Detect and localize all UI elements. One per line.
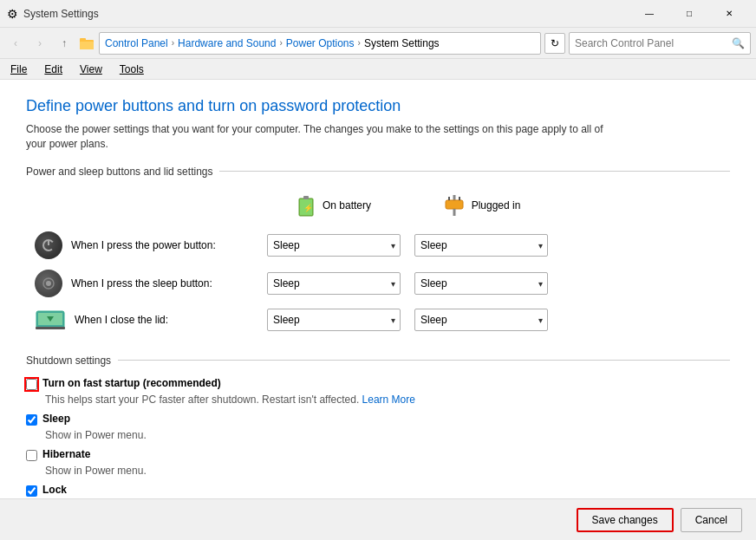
- back-button[interactable]: ‹: [5, 33, 26, 54]
- breadcrumb-hardware-sound[interactable]: Hardware and Sound: [178, 37, 276, 49]
- menu-bar: File Edit View Tools: [0, 59, 756, 80]
- svg-rect-2: [80, 38, 86, 42]
- lock-label: Lock: [42, 484, 67, 496]
- sleep-button-icon: [35, 270, 62, 297]
- sleep-plugged-dropdown[interactable]: Sleep Do nothing Hibernate Shut down Tur…: [414, 272, 548, 295]
- svg-rect-1: [80, 42, 94, 49]
- fast-startup-label: Turn on fast startup (recommended): [42, 377, 221, 389]
- learn-more-link[interactable]: Learn More: [362, 394, 415, 406]
- hibernate-row: Hibernate: [26, 448, 730, 461]
- lid-plugged-dropdown-wrapper[interactable]: Sleep Do nothing Hibernate Shut down Tur…: [414, 309, 548, 331]
- sleep-label: Sleep: [42, 413, 70, 425]
- plug-icon: [442, 193, 466, 218]
- hibernate-sublabel: Show in Power menu.: [45, 465, 730, 477]
- window-title: System Settings: [23, 8, 629, 20]
- sleep-battery-dropdown[interactable]: Sleep Do nothing Hibernate Shut down Tur…: [267, 272, 401, 295]
- col-plugged-header: Plugged in: [407, 188, 555, 226]
- section1-header: Power and sleep buttons and lid settings: [26, 166, 730, 178]
- forward-button[interactable]: ›: [29, 33, 50, 54]
- power-battery-dropdown[interactable]: Sleep Do nothing Hibernate Shut down Tur…: [267, 234, 401, 257]
- power-icon: [41, 237, 56, 253]
- minimize-button[interactable]: —: [629, 0, 669, 28]
- breadcrumb-current: System Settings: [364, 37, 440, 49]
- page-title: Define power buttons and turn on passwor…: [26, 97, 730, 115]
- fast-startup-sublabel: This helps start your PC faster after sh…: [45, 394, 730, 406]
- search-box: 🔍: [569, 32, 751, 55]
- fast-startup-checkbox[interactable]: [26, 379, 37, 390]
- menu-view[interactable]: View: [76, 62, 106, 77]
- page-description: Choose the power settings that you want …: [26, 122, 616, 152]
- section2-header: Shutdown settings: [26, 355, 730, 367]
- shutdown-section: Shutdown settings Turn on fast startup (…: [26, 355, 730, 512]
- up-button[interactable]: ↑: [54, 33, 75, 54]
- lid-row: When I close the lid:: [35, 303, 260, 337]
- search-input[interactable]: [575, 37, 732, 49]
- breadcrumb-bar: Control Panel › Hardware and Sound › Pow…: [99, 32, 541, 55]
- hibernate-label: Hibernate: [42, 448, 90, 460]
- breadcrumb-control-panel[interactable]: Control Panel: [105, 37, 168, 49]
- cancel-button[interactable]: Cancel: [681, 508, 742, 532]
- lid-plugged-dropdown[interactable]: Sleep Do nothing Hibernate Shut down Tur…: [414, 309, 548, 331]
- save-button[interactable]: Save changes: [577, 508, 674, 532]
- lock-checkbox[interactable]: [26, 485, 37, 497]
- address-bar: ‹ › ↑ Control Panel › Hardware and Sound…: [0, 28, 756, 59]
- sleep-icon: [41, 276, 56, 291]
- svg-text:⚡: ⚡: [303, 203, 314, 213]
- battery-icon: ⚡: [297, 193, 317, 218]
- search-icon: 🔍: [732, 37, 745, 49]
- bottom-bar: Save changes Cancel: [0, 498, 756, 540]
- power-button-row: When I press the power button:: [35, 226, 260, 264]
- breadcrumb-power-options[interactable]: Power Options: [286, 37, 355, 49]
- menu-file[interactable]: File: [7, 62, 30, 77]
- sleep-plugged-dropdown-wrapper[interactable]: Sleep Do nothing Hibernate Shut down Tur…: [414, 272, 548, 295]
- menu-tools[interactable]: Tools: [116, 62, 147, 77]
- refresh-button[interactable]: ↻: [544, 33, 565, 54]
- svg-rect-8: [446, 200, 463, 209]
- sleep-checkbox[interactable]: [26, 414, 37, 426]
- sleep-battery-dropdown-wrapper[interactable]: Sleep Do nothing Hibernate Shut down Tur…: [267, 272, 401, 295]
- svg-rect-4: [303, 196, 309, 199]
- sleep-row: Sleep: [26, 413, 730, 426]
- power-sleep-section: Power and sleep buttons and lid settings…: [26, 166, 730, 337]
- power-plugged-dropdown[interactable]: Sleep Do nothing Hibernate Shut down Tur…: [414, 234, 548, 257]
- power-button-icon: [35, 231, 62, 259]
- lock-row: Lock: [26, 484, 730, 497]
- title-bar-controls: — □ ✕: [629, 0, 749, 28]
- lid-battery-dropdown-wrapper[interactable]: Sleep Do nothing Hibernate Shut down Tur…: [267, 309, 401, 331]
- lid-battery-dropdown[interactable]: Sleep Do nothing Hibernate Shut down Tur…: [267, 309, 401, 331]
- title-bar: ⚙ System Settings — □ ✕: [0, 0, 756, 28]
- power-plugged-dropdown-wrapper[interactable]: Sleep Do nothing Hibernate Shut down Tur…: [414, 234, 548, 257]
- sleep-sublabel: Show in Power menu.: [45, 429, 730, 441]
- close-button[interactable]: ✕: [709, 0, 749, 28]
- fast-startup-row: Turn on fast startup (recommended): [26, 377, 730, 390]
- maximize-button[interactable]: □: [669, 0, 709, 28]
- hibernate-checkbox[interactable]: [26, 450, 37, 461]
- menu-edit[interactable]: Edit: [41, 62, 66, 77]
- svg-point-15: [46, 281, 51, 286]
- folder-icon: [80, 36, 94, 50]
- window-icon: ⚙: [7, 7, 18, 21]
- sleep-button-row: When I press the sleep button:: [35, 264, 260, 303]
- main-content: Define power buttons and turn on passwor…: [0, 80, 756, 540]
- power-battery-dropdown-wrapper[interactable]: Sleep Do nothing Hibernate Shut down Tur…: [267, 234, 401, 257]
- svg-rect-18: [36, 327, 65, 329]
- col-battery-header: ⚡ On battery: [260, 188, 407, 226]
- lid-icon: [35, 308, 66, 332]
